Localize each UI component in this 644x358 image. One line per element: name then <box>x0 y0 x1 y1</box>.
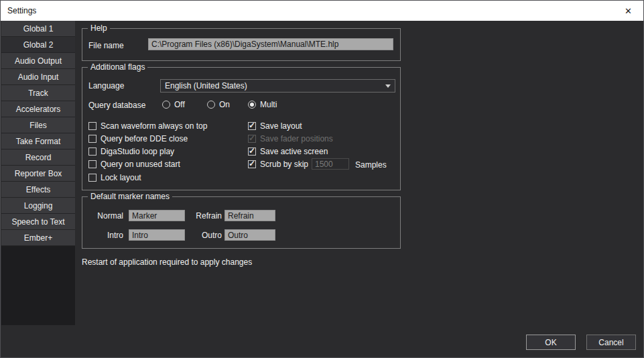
sidebar-item-take-format[interactable]: Take Format <box>1 133 75 150</box>
radio-query-multi[interactable]: Multi <box>248 100 277 109</box>
checkbox-icon <box>248 135 256 143</box>
additional-flags-legend: Additional flags <box>88 62 147 72</box>
sidebar-item-reporter-box[interactable]: Reporter Box <box>1 166 75 182</box>
radio-label: Multi <box>260 100 277 109</box>
marker-refrain-input[interactable] <box>224 210 275 221</box>
checkbox-save-layout[interactable]: Save layout <box>248 121 302 131</box>
samples-label: Samples <box>355 160 387 170</box>
language-label: Language <box>88 81 124 91</box>
help-group-legend: Help <box>88 23 110 33</box>
checkbox-icon <box>88 135 96 143</box>
cancel-button[interactable]: Cancel <box>586 335 636 350</box>
checkbox-icon <box>88 122 96 130</box>
checkbox-icon <box>88 147 96 156</box>
language-selected-value: English (United States) <box>165 81 385 91</box>
checkbox-label: Query on unused start <box>101 160 180 169</box>
file-name-input[interactable] <box>148 38 393 50</box>
checkbox-query-before-dde-close[interactable]: Query before DDE close <box>88 134 188 143</box>
checkbox-icon <box>248 122 256 130</box>
checkbox-icon <box>88 174 96 182</box>
marker-outro-label: Outro <box>190 231 222 240</box>
marker-outro-input[interactable] <box>224 229 275 241</box>
ok-button[interactable]: OK <box>526 335 576 350</box>
checkbox-label: Save active screen <box>260 147 328 156</box>
default-marker-names-group: Default marker names Normal Refrain Intr… <box>82 196 401 249</box>
radio-icon <box>162 101 170 109</box>
checkbox-label: Scrub by skip <box>260 160 308 169</box>
window-title: Settings <box>1 6 36 15</box>
settings-dialog: Settings ✕ Global 1 Global 2 Audio Outpu… <box>0 0 644 358</box>
sidebar-item-logging[interactable]: Logging <box>1 198 75 214</box>
checkbox-query-on-unused-start[interactable]: Query on unused start <box>88 160 180 169</box>
marker-intro-label: Intro <box>88 231 123 240</box>
radio-query-on[interactable]: On <box>207 100 230 109</box>
checkbox-label: Lock layout <box>101 173 141 182</box>
checkbox-icon <box>248 147 256 156</box>
checkbox-label: Save layout <box>260 121 302 131</box>
restart-note: Restart of application required to apply… <box>82 257 252 267</box>
language-dropdown[interactable]: English (United States) <box>160 79 395 93</box>
sidebar-item-ember[interactable]: Ember+ <box>1 230 75 246</box>
checkbox-label: Save fader positions <box>260 134 333 143</box>
checkbox-label: DigaStudio loop play <box>101 147 174 156</box>
sidebar-item-global-1[interactable]: Global 1 <box>1 21 75 37</box>
sidebar-item-track[interactable]: Track <box>1 85 75 101</box>
additional-flags-group: Additional flags Language English (Unite… <box>82 67 401 190</box>
radio-icon <box>207 101 215 109</box>
sidebar-item-audio-output[interactable]: Audio Output <box>1 53 75 69</box>
radio-query-off[interactable]: Off <box>162 100 185 109</box>
checkbox-icon <box>88 160 96 168</box>
checkbox-scrub-by-skip[interactable]: Scrub by skip <box>248 160 308 169</box>
checkbox-save-active-screen[interactable]: Save active screen <box>248 147 328 156</box>
checkbox-label: Query before DDE close <box>101 134 188 143</box>
marker-refrain-label: Refrain <box>190 211 222 221</box>
checkbox-lock-layout[interactable]: Lock layout <box>88 173 141 182</box>
close-icon[interactable]: ✕ <box>613 1 643 21</box>
radio-label: Off <box>174 100 185 109</box>
sidebar-item-accelerators[interactable]: Accelerators <box>1 101 75 117</box>
sidebar-item-effects[interactable]: Effects <box>1 182 75 198</box>
marker-intro-input[interactable] <box>129 229 185 241</box>
checkbox-save-fader-positions: Save fader positions <box>248 134 333 143</box>
sidebar-item-audio-input[interactable]: Audio Input <box>1 69 75 85</box>
default-marker-names-legend: Default marker names <box>88 192 172 201</box>
checkbox-label: Scan waveform always on top <box>101 121 207 131</box>
radio-label: On <box>219 100 230 109</box>
sidebar-item-global-2[interactable]: Global 2 <box>1 37 75 53</box>
radio-icon <box>248 101 256 109</box>
titlebar: Settings ✕ <box>1 1 643 21</box>
sidebar-item-speech-to-text[interactable]: Speech to Text <box>1 214 75 230</box>
checkbox-icon <box>248 160 256 168</box>
sidebar-item-files[interactable]: Files <box>1 117 75 133</box>
chevron-down-icon <box>385 84 391 88</box>
file-name-label: File name <box>88 41 124 50</box>
sidebar-item-record[interactable]: Record <box>1 150 75 166</box>
checkbox-digastudio-loop-play[interactable]: DigaStudio loop play <box>88 147 174 156</box>
marker-normal-input[interactable] <box>129 210 185 221</box>
checkbox-scan-waveform-always-on-top[interactable]: Scan waveform always on top <box>88 121 207 131</box>
marker-normal-label: Normal <box>88 211 123 221</box>
query-database-label: Query database <box>88 101 145 110</box>
sidebar: Global 1 Global 2 Audio Output Audio Inp… <box>1 21 75 325</box>
scrub-samples-input[interactable] <box>312 158 349 170</box>
help-group: Help File name <box>82 28 401 61</box>
